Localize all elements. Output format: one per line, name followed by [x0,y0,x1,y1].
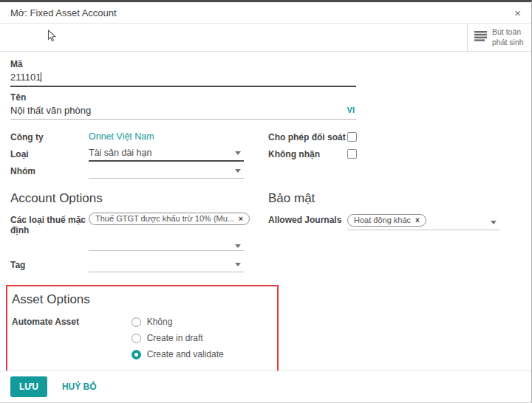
radio-selected-icon[interactable] [132,350,141,359]
stat-button-label: Bút toán phát sinh [492,27,524,47]
modal-header: Mở: Fixed Asset Account × [0,2,531,24]
account-options-section: Account Options Các loại thuế mặc định T… [10,191,266,273]
group-row: Nhóm [10,162,266,179]
deprecated-checkbox[interactable] [347,149,357,159]
modal-title: Mở: Fixed Asset Account [10,7,117,18]
automate-asset-row: Automate Asset Không Create in draft Cre… [12,314,277,362]
account-options-title: Account Options [10,191,266,206]
modal-footer: LƯU HUỶ BỎ [0,371,531,402]
tag-select[interactable] [89,258,244,272]
default-taxes-label: Các loại thuế mặc định [10,213,89,238]
default-taxes-input[interactable] [89,241,244,251]
automate-asset-label: Automate Asset [12,314,132,329]
mouse-cursor-icon [47,30,57,46]
type-label: Loại [10,149,89,162]
radio-option-create-in-draft[interactable]: Create in draft [132,330,277,346]
deprecated-row: Không nhận [268,145,521,162]
bars-icon [474,30,487,44]
tag-row: Tag [10,256,266,272]
automate-asset-radio-group: Không Create in draft Create and validat… [132,314,277,362]
deprecated-label: Không nhận [268,149,347,162]
chevron-down-icon [491,221,497,224]
allow-reconcile-row: Cho phép đối soát [268,128,521,145]
group-select[interactable] [89,164,244,179]
chevron-down-icon [235,263,241,266]
code-field[interactable]: Mã 211101 [10,59,356,87]
journal-tag-pill[interactable]: Hoạt động khác × [347,214,426,227]
name-input[interactable]: Nội thất văn phòng [10,103,356,119]
type-select[interactable]: Tài sản dài hạn [89,146,244,162]
left-field-column: Công ty Onnet Việt Nam Loại Tài sản dài … [10,128,266,179]
tax-tag-pill[interactable]: Thuế GTGT được khấu trừ 10% (Mu... × [89,213,250,225]
chevron-down-icon [235,169,241,173]
group-label: Nhóm [10,166,89,179]
name-field[interactable]: Tên Nội thất văn phòng VI [10,92,356,120]
allowed-journals-label: Allowed Journals [268,213,347,227]
radio-icon[interactable] [132,334,141,343]
company-label: Công ty [10,132,89,145]
company-link[interactable]: Onnet Việt Nam [89,131,154,142]
discard-button[interactable]: HUỶ BỎ [62,382,97,392]
type-row: Loại Tài sản dài hạn [10,145,266,162]
company-row: Công ty Onnet Việt Nam [10,128,266,145]
right-field-column: Cho phép đối soát Không nhận [266,128,521,179]
allow-reconcile-checkbox[interactable] [347,132,357,142]
journal-tag-text: Hoạt động khác [354,216,411,224]
radio-option-create-and-validate[interactable]: Create and validate [132,346,277,362]
text-caret [41,72,41,82]
default-taxes-row: Các loại thuế mặc định Thuế GTGT được kh… [10,213,266,238]
code-label: Mã [10,59,356,69]
save-button[interactable]: LƯU [10,376,47,397]
allowed-journals-row: Allowed Journals Hoạt động khác × [268,213,521,230]
asset-options-title: Asset Options [12,292,277,307]
security-title: Bảo mật [268,191,521,206]
chevron-down-icon [235,244,241,248]
name-label: Tên [10,92,356,103]
tag-label: Tag [10,260,89,272]
chevron-down-icon [235,151,241,155]
remove-tag-icon[interactable]: × [239,215,243,223]
toolbar: Bút toán phát sinh [0,24,531,52]
security-section: Bảo mật Allowed Journals Hoạt động khác … [266,191,521,273]
journal-entries-stat-button[interactable]: Bút toán phát sinh [467,24,531,51]
form-body: Mã 211101 Tên Nội thất văn phòng VI Công… [0,52,531,403]
close-icon[interactable]: × [514,7,521,18]
radio-option-khong[interactable]: Không [132,314,277,330]
language-badge[interactable]: VI [347,106,355,114]
remove-tag-icon[interactable]: × [415,216,420,224]
code-input[interactable]: 211101 [10,69,356,86]
allowed-journals-input[interactable]: Hoạt động khác × [347,213,499,230]
radio-icon[interactable] [132,317,141,327]
tax-tag-text: Thuế GTGT được khấu trừ 10% (Mu... [95,214,234,223]
fixed-asset-account-modal: Mở: Fixed Asset Account × Bút toán phát … [0,0,532,403]
allow-reconcile-label: Cho phép đối soát [268,132,347,145]
